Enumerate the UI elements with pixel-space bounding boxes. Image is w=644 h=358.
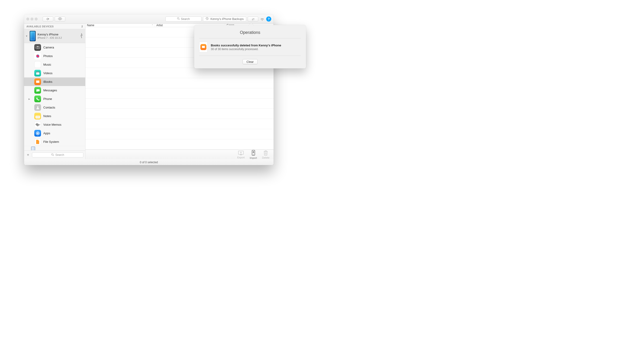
import-label: Import [250,157,257,159]
svg-point-22 [37,106,38,108]
sidebar-header: AVAILABLE DEVICES 2 [24,24,85,29]
delete-button[interactable]: Delete [262,150,270,159]
sidebar-item-file-system[interactable]: File System [24,138,85,146]
column-label: Name [87,24,94,27]
svg-point-0 [60,18,60,19]
sidebar-search-placeholder: Search [55,153,64,157]
sidebar-item-label: Notes [43,114,51,118]
sidebar-item-apps[interactable]: Apps [24,129,85,138]
sidebar-item-camera[interactable]: Camera [24,43,85,52]
sidebar-item-contacts[interactable]: Contacts [24,103,85,112]
popover-title: Operations [199,30,301,35]
sidebar-search[interactable]: Search [32,152,84,157]
backups-label: Kenny's iPhone Backups [210,17,244,21]
table-row [86,139,274,150]
operation-app-icon [199,42,208,52]
device-row[interactable]: ▼ Kenny's iPhone iPhone 7 - iOS 10.3.2 [24,29,85,43]
svg-rect-30 [240,154,242,155]
sidebar-item-voice-memos[interactable]: Voice Memos [24,120,85,129]
statusbar: 0 of 0 selected [24,159,274,165]
svg-rect-16 [36,72,40,75]
sidebar-item-ibooks[interactable]: iBooks [24,78,85,86]
table-row [86,99,274,109]
export-button[interactable]: Export [237,150,245,159]
phone-icon [34,96,41,102]
sidebar-item-label: Videos [43,71,52,75]
music-icon: ♪ [34,61,41,68]
operations-popover: Operations Books successfully deleted fr… [194,25,306,68]
clear-button[interactable]: Clear [242,59,258,64]
sidebar-item-label: Phone [43,97,52,101]
column-header-name[interactable]: Name ⌃ [86,24,155,27]
backups-button[interactable]: Kenny's iPhone Backups [203,17,246,22]
help-button[interactable]: ? [266,17,271,22]
sidebar-footer: + Search [24,150,85,159]
table-row [86,109,274,119]
sidebar-item-label: Photos [43,54,52,58]
device-disclosure-icon[interactable]: ▼ [26,35,28,37]
videos-icon [34,70,41,77]
sidebar-item-messages[interactable]: Messages [24,86,85,95]
svg-line-2 [179,19,180,20]
operation-subtitle: 30 of 30 items successfully processed. [211,48,281,51]
svg-point-4 [81,33,82,34]
svg-rect-18 [36,72,37,72]
file-system-icon [34,138,41,145]
phone-disclosure-icon[interactable]: ▶ [28,98,30,100]
export-label: Export [237,156,245,159]
export-icon [238,150,244,155]
contacts-icon [34,104,41,111]
divider [199,56,301,56]
svg-rect-23 [36,116,40,119]
search-icon [51,153,54,157]
action-bar: Export Import Delete [86,150,274,159]
delete-label: Delete [262,156,270,159]
sidebar-item-notes[interactable]: Notes [24,112,85,120]
sidebar-item-photos[interactable]: Photos [24,52,85,60]
device-icon [30,31,36,41]
operation-title: Books successfully deleted from Kenny's … [211,44,281,47]
preview-button[interactable] [55,17,65,22]
apps-icon [34,130,41,137]
traffic-minimize[interactable] [30,18,33,21]
transfers-button[interactable]: ↓↑ [248,17,258,22]
titlebar: ⟳ Search Kenny's iPhone Backups ↓↑ ? [24,14,274,24]
category-list: Camera [24,43,85,150]
svg-rect-19 [37,72,38,72]
add-button[interactable]: + [26,153,30,157]
sidebar-item-label: Camera [43,46,54,49]
camera-icon [34,44,41,51]
svg-line-33 [265,152,265,155]
wifi-button[interactable] [260,17,265,22]
sidebar-item-music[interactable]: ♪ Music [24,60,85,69]
toolbar-search-placeholder: Search [181,18,190,21]
sidebar-item-label: Contacts [43,106,55,109]
refresh-button[interactable]: ⟳ [42,17,53,22]
traffic-close[interactable] [26,18,29,21]
import-icon [251,150,256,156]
import-button[interactable]: Import [250,150,257,159]
sidebar-item-phone[interactable]: ▶ Phone [24,95,85,103]
svg-rect-7 [37,46,38,47]
ibooks-icon [200,44,206,50]
svg-line-28 [53,155,54,156]
traffic-zoom[interactable] [35,18,38,21]
device-name: Kenny's iPhone [38,33,78,37]
sidebar-header-label: AVAILABLE DEVICES [26,25,54,28]
svg-rect-20 [38,72,38,72]
usb-icon [80,33,83,39]
sidebar-item-label: Music [43,63,51,66]
svg-point-6 [37,47,38,49]
device-row-peek[interactable] [24,146,85,150]
sidebar-item-videos[interactable]: Videos [24,69,85,78]
sidebar-item-label: File System [43,140,59,144]
operation-item: Books successfully deleted from Kenny's … [199,42,301,52]
photos-icon [34,53,41,59]
svg-rect-21 [38,72,39,72]
svg-point-27 [52,154,53,155]
sidebar-item-label: Apps [43,132,50,135]
table-row [86,78,274,88]
column-label: Artist [156,24,162,27]
toolbar-search[interactable]: Search [166,17,202,22]
sidebar-item-label: Messages [43,89,57,92]
